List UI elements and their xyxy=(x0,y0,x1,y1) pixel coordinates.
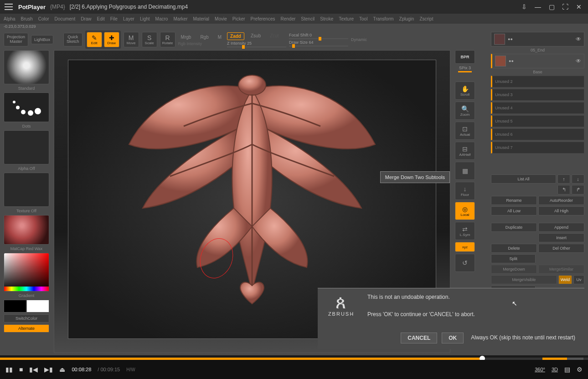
ok-button[interactable]: OK xyxy=(442,333,464,343)
subtool-item[interactable]: ●● 👁 xyxy=(491,54,584,68)
lsym-button[interactable]: ⇄L.Sym xyxy=(455,222,475,240)
menu-item[interactable]: Render xyxy=(281,16,296,21)
frame-button[interactable]: ↺ xyxy=(455,254,475,272)
merge-down-button[interactable]: MergeDown xyxy=(491,265,537,274)
playlist-icon[interactable]: ▤ xyxy=(564,366,570,373)
zoom-button[interactable]: 🔍Zoom xyxy=(455,102,475,120)
move-down-icon[interactable]: ↓ xyxy=(572,174,584,184)
merge-similar-button[interactable]: MergeSimilar xyxy=(538,265,584,274)
move-button[interactable]: MMove xyxy=(124,32,139,47)
draw-size-slider[interactable] xyxy=(289,46,348,46)
stroke-thumbnail[interactable] xyxy=(4,92,49,122)
switch-color-button[interactable]: SwitchColor xyxy=(4,314,49,323)
eye-icon[interactable]: 👁 xyxy=(576,36,581,42)
pin-icon[interactable]: ⇩ xyxy=(520,2,529,11)
unused-slot[interactable]: Unused 6 xyxy=(491,128,584,140)
menu-item[interactable]: Preferences xyxy=(251,16,275,21)
360-button[interactable]: 360° xyxy=(535,367,545,372)
scroll-button[interactable]: ✋Scroll xyxy=(455,82,475,100)
play-pause-icon[interactable]: ▮▮ xyxy=(5,366,13,373)
minimize-icon[interactable]: — xyxy=(533,2,542,11)
weld-button[interactable]: Weld xyxy=(558,275,572,284)
del-other-button[interactable]: Del Other xyxy=(538,244,584,253)
stop-icon[interactable]: ■ xyxy=(19,366,23,373)
texture-thumbnail[interactable] xyxy=(4,173,49,207)
rotate-button[interactable]: RRotate xyxy=(160,32,175,47)
menu-item[interactable]: Stroke xyxy=(320,16,333,21)
actual-button[interactable]: ⊡Actual xyxy=(455,122,475,140)
menu-item[interactable]: Alpha xyxy=(4,16,15,21)
mrgb-button[interactable]: Mrgb xyxy=(178,34,194,41)
unused-slot[interactable]: Unused 3 xyxy=(491,89,584,101)
subtool-item[interactable]: ●● 👁 xyxy=(491,32,584,46)
duplicate-button[interactable]: Duplicate xyxy=(491,223,537,232)
color-swatch-black[interactable] xyxy=(4,300,26,312)
unused-slot[interactable]: Unused 2 xyxy=(491,76,584,87)
menu-item[interactable]: Document xyxy=(55,16,76,21)
insert-button[interactable]: Insert xyxy=(538,233,584,242)
menu-icon[interactable] xyxy=(5,4,13,10)
menu-item[interactable]: Material xyxy=(193,16,210,21)
uv-button[interactable]: Uv xyxy=(573,275,584,284)
auto-reorder-button[interactable]: AutoReorder xyxy=(538,196,584,205)
settings-icon[interactable]: ⚙ xyxy=(577,366,583,373)
move-up-icon[interactable]: ↑ xyxy=(557,174,570,184)
brush-thumbnail[interactable] xyxy=(4,50,49,84)
unused-slot[interactable]: Unused 5 xyxy=(491,115,584,127)
alternate-button[interactable]: Alternate xyxy=(4,324,49,333)
menu-item[interactable]: Edit xyxy=(97,16,105,21)
scale-button[interactable]: SScale xyxy=(142,32,157,47)
eye-icon[interactable]: 👁 xyxy=(576,58,581,64)
split-button[interactable]: Split xyxy=(491,254,536,263)
menu-item[interactable]: Brush xyxy=(21,16,33,21)
delete-button[interactable]: Delete xyxy=(491,244,537,253)
floor-button[interactable]: ↓Floor xyxy=(455,182,475,200)
color-picker[interactable] xyxy=(4,253,49,292)
bpr-button[interactable]: BPR xyxy=(455,50,475,64)
menu-item[interactable]: File xyxy=(110,16,118,21)
menu-item[interactable]: Light xyxy=(140,16,150,21)
always-ok-button[interactable]: Always OK (skip this note until next res… xyxy=(468,333,578,343)
menu-item[interactable]: Picker xyxy=(232,16,245,21)
next-icon[interactable]: ▶▮ xyxy=(44,366,53,373)
unused-slot[interactable]: Unused 4 xyxy=(491,102,584,114)
quick-sketch-button[interactable]: Quick Sketch xyxy=(63,33,83,46)
merge-visible-button[interactable]: MergeVisible xyxy=(491,275,557,284)
menu-item[interactable]: Zplugin xyxy=(399,16,414,21)
arrow-left-icon[interactable]: ↰ xyxy=(557,185,570,195)
arrow-right-icon[interactable]: ↱ xyxy=(572,185,584,195)
menu-item[interactable]: Transform xyxy=(373,16,393,21)
zadd-button[interactable]: Zadd xyxy=(227,32,244,40)
unused-slot[interactable]: Unused 7 xyxy=(491,142,584,154)
rgb-button[interactable]: Rgb xyxy=(197,34,211,41)
alpha-thumbnail[interactable] xyxy=(4,130,49,164)
draw-button[interactable]: ✚Draw xyxy=(104,32,119,47)
zcut-button[interactable]: Zcut xyxy=(267,32,281,40)
close-icon[interactable]: ✕ xyxy=(574,2,583,11)
menu-item[interactable]: Zscript xyxy=(419,16,433,21)
focal-shift-slider[interactable] xyxy=(289,38,348,39)
projection-master-button[interactable]: Projection Master xyxy=(4,33,28,46)
menu-item[interactable]: Layer xyxy=(123,16,134,21)
material-thumbnail[interactable] xyxy=(4,215,49,245)
edit-button[interactable]: ✎Edit xyxy=(87,32,102,47)
menu-item[interactable]: Texture xyxy=(339,16,354,21)
m-button[interactable]: M xyxy=(215,34,224,41)
lightbox-button[interactable]: LightBox xyxy=(31,35,53,44)
rename-button[interactable]: Rename xyxy=(491,196,537,205)
maximize-icon[interactable]: ▢ xyxy=(547,2,556,11)
fullscreen-icon[interactable]: ⛶ xyxy=(561,2,570,11)
all-low-button[interactable]: All Low xyxy=(491,206,537,215)
z-intensity-slider[interactable] xyxy=(227,46,286,47)
menu-item[interactable]: Movie xyxy=(215,16,227,21)
zsub-button[interactable]: Zsub xyxy=(248,32,263,40)
list-all-button[interactable]: List All xyxy=(491,174,556,184)
menu-item[interactable]: Draw xyxy=(81,16,91,21)
cancel-button[interactable]: CANCEL xyxy=(401,333,437,343)
eject-icon[interactable]: ⏏ xyxy=(59,366,65,373)
menu-item[interactable]: Stencil xyxy=(301,16,315,21)
color-swatch-white[interactable] xyxy=(26,300,49,312)
all-high-button[interactable]: All High xyxy=(538,206,584,215)
aahalf-button[interactable]: ⊟AAHalf xyxy=(455,142,475,160)
3d-button[interactable]: 3D xyxy=(552,367,558,372)
